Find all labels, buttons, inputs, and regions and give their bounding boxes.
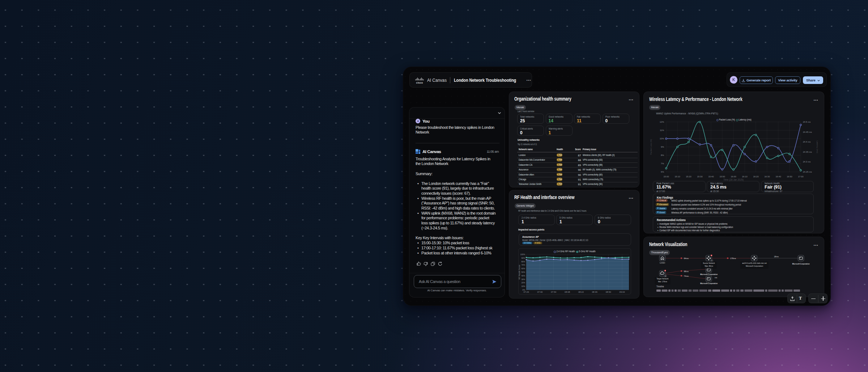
svg-text:Max: 84ms: Max: 84ms <box>705 265 713 267</box>
svg-text:Latency (ms): Latency (ms) <box>816 141 818 153</box>
svg-text:30%: 30% <box>521 278 525 280</box>
svg-text:London: London <box>660 262 665 264</box>
svg-text:24.5 ms: 24.5 ms <box>803 121 810 123</box>
svg-text:6%: 6% <box>661 171 664 173</box>
svg-text:07:40: 07:40 <box>537 291 543 293</box>
svg-text:24.45 ms: 24.45 ms <box>803 131 812 133</box>
svg-text:15:40: 15:40 <box>708 176 714 178</box>
svg-text:08:08: 08:08 <box>565 291 570 293</box>
svg-text:16:50: 16:50 <box>787 176 792 178</box>
svg-text:15:30: 15:30 <box>697 176 703 178</box>
svg-text:Source Network: Source Network <box>703 262 715 264</box>
svg-text:Target Network: Target Network <box>657 278 669 280</box>
svg-text:08:50: 08:50 <box>606 291 612 293</box>
svg-text:15:50: 15:50 <box>719 176 725 178</box>
svg-text:10%: 10% <box>521 285 525 287</box>
svg-text:09:04: 09:04 <box>620 291 625 293</box>
svg-text:08:22: 08:22 <box>578 291 584 293</box>
svg-text:7%: 7% <box>661 162 664 165</box>
svg-text:cisco: cisco <box>416 81 423 84</box>
svg-text:07:54: 07:54 <box>551 291 557 293</box>
svg-text:08:36: 08:36 <box>592 291 598 293</box>
svg-text:Packet Loss (%): Packet Loss (%) <box>650 139 652 155</box>
svg-text:16:20: 16:20 <box>753 176 759 178</box>
svg-text:24.35 ms: 24.35 ms <box>803 151 812 153</box>
svg-text:Microsoft Corporation: Microsoft Corporation <box>746 265 763 267</box>
svg-text:88ms: 88ms <box>684 270 689 272</box>
svg-text:ms: ms <box>715 276 717 279</box>
svg-text:ae14-0.cor01.chi2.ntwk.msn.net: ae14-0.cor01.chi2.ntwk.msn.net <box>742 262 767 264</box>
svg-text:74ms: 74ms <box>684 275 689 277</box>
svg-text:17:00: 17:00 <box>798 176 804 178</box>
svg-text:Max: 176ms: Max: 176ms <box>658 280 667 283</box>
svg-text:15:00: 15:00 <box>663 176 669 178</box>
svg-text:60%: 60% <box>521 267 525 270</box>
svg-text:RF Health Score: RF Health Score <box>519 265 520 280</box>
svg-text:9%: 9% <box>661 146 664 148</box>
svg-text:4: 4 <box>665 275 666 277</box>
svg-text:16:10: 16:10 <box>742 176 748 178</box>
svg-text:15:20: 15:20 <box>686 176 692 178</box>
svg-text:11%: 11% <box>660 129 664 131</box>
svg-text:70%: 70% <box>521 264 525 266</box>
svg-text:84ms: 84ms <box>684 257 689 259</box>
svg-text:90%: 90% <box>521 257 525 259</box>
svg-text:100%: 100% <box>520 253 525 255</box>
svg-text:Timeline: Timeline <box>656 285 664 288</box>
svg-text:8%: 8% <box>661 154 664 156</box>
svg-text:10%: 10% <box>660 138 664 140</box>
svg-text:24.25 ms: 24.25 ms <box>803 171 812 173</box>
svg-text:40%: 40% <box>521 275 525 277</box>
svg-text:50%: 50% <box>521 271 525 273</box>
svg-text:20%: 20% <box>521 282 525 284</box>
svg-text:24.3 ms: 24.3 ms <box>803 161 810 163</box>
svg-text:18ms: 18ms <box>774 255 779 258</box>
svg-text:16:30: 16:30 <box>764 176 770 178</box>
svg-text:16:40: 16:40 <box>775 176 781 178</box>
svg-text:80%: 80% <box>521 261 525 263</box>
svg-text:15:10: 15:10 <box>675 176 680 178</box>
svg-text:Microsoft Corporation: Microsoft Corporation <box>700 273 718 275</box>
svg-text:12%: 12% <box>660 121 664 123</box>
svg-text:Microsoft Corporation: Microsoft Corporation <box>792 263 810 265</box>
svg-text:178ms: 178ms <box>730 257 736 259</box>
svg-text:24.4 ms: 24.4 ms <box>803 141 810 143</box>
svg-text:07:26: 07:26 <box>523 291 529 293</box>
svg-text:16:00: 16:00 <box>731 176 736 178</box>
svg-text:Microsoft Corporation: Microsoft Corporation <box>700 282 718 284</box>
